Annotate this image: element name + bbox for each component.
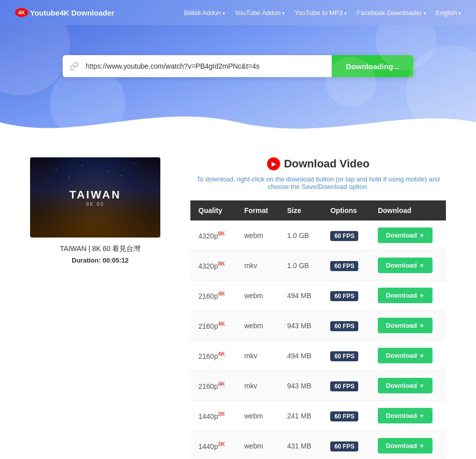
thumbnail-sub: 8K 60 (69, 201, 121, 207)
table-row: 1440p2Kwebm241 MB60 FPSDownload (190, 401, 446, 431)
nav-item-youtube-addon[interactable]: YouTube Addon (235, 8, 285, 17)
download-button[interactable]: Download (378, 438, 432, 453)
nav-links: Bilibili AddonYouTube AddonYouTube to MP… (184, 8, 461, 17)
resolution-badge: 2K (218, 441, 225, 447)
download-panel: ▶ Download Video To download, right-clic… (190, 157, 446, 459)
quality-value: 1440p (198, 442, 218, 450)
download-table: QualityFormatSizeOptionsDownload 4320p8K… (190, 200, 446, 459)
quality-cell: 1440p2K (190, 431, 236, 460)
video-duration: Duration: 00:05:12 (30, 257, 170, 264)
hero-section: Downloading... (0, 25, 476, 137)
format-cell: webm (236, 220, 280, 251)
quality-value: 2160p (198, 322, 218, 330)
size-cell: 494 MB (279, 281, 322, 311)
resolution-badge: 8K (218, 261, 225, 267)
wave-decoration (0, 102, 476, 137)
table-row: 1440p2Kwebm431 MB60 FPSDownload (190, 431, 446, 460)
col-header-options: Options (322, 200, 370, 220)
table-row: 2160p4Kmkv943 MB60 FPSDownload (190, 371, 446, 401)
download-button[interactable]: Download (378, 258, 432, 273)
link-icon (63, 55, 86, 77)
resolution-badge: 4K (218, 381, 225, 387)
options-cell: 60 FPS (322, 431, 370, 460)
thumbnail-title: TAIWAN (69, 188, 121, 201)
instruction-text: To download, right-click on the download… (190, 175, 446, 190)
resolution-badge: 4K (218, 351, 225, 357)
nav-item-yt-mp3[interactable]: YouTube to MP3 (295, 8, 347, 17)
download-button[interactable]: Download (378, 288, 432, 303)
format-cell: mkv (236, 371, 280, 401)
table-body: 4320p8Kwebm1.0 GB60 FPSDownload4320p8Kmk… (190, 220, 446, 459)
fps-badge: 60 FPS (330, 411, 358, 421)
resolution-badge: 4K (218, 321, 225, 327)
options-cell: 60 FPS (322, 371, 370, 401)
options-cell: 60 FPS (322, 251, 370, 281)
download-cell: Download (370, 371, 446, 401)
nav-item-bilibili[interactable]: Bilibili Addon (184, 8, 225, 17)
quality-cell: 2160p4K (190, 341, 236, 371)
download-button[interactable]: Download (378, 227, 432, 243)
logo: 4K Youtube4K Downloader (15, 8, 114, 17)
download-button[interactable]: Download (378, 378, 432, 393)
video-thumbnail: TAIWAN 8K 60 (30, 157, 160, 238)
table-row: 2160p4Kwebm494 MB60 FPSDownload (190, 281, 446, 311)
quality-cell: 1440p2K (190, 401, 236, 431)
fps-badge: 60 FPS (330, 351, 358, 361)
download-button[interactable]: Download (378, 408, 432, 423)
download-cell: Download (370, 431, 446, 460)
table-header-row: QualityFormatSizeOptionsDownload (190, 200, 446, 220)
quality-value: 4320p (198, 262, 218, 270)
fps-badge: 60 FPS (330, 231, 358, 241)
options-cell: 60 FPS (322, 341, 370, 371)
resolution-badge: 2K (218, 411, 225, 417)
quality-value: 2160p (198, 292, 218, 300)
size-cell: 431 MB (279, 431, 322, 460)
options-cell: 60 FPS (322, 281, 370, 311)
options-cell: 60 FPS (322, 220, 370, 251)
size-cell: 1.0 GB (279, 251, 322, 281)
resolution-badge: 8K (218, 231, 225, 237)
main-content: TAIWAN 8K 60 TAIWAN | 8K 60 看見台灣 Duratio… (0, 137, 476, 459)
size-cell: 943 MB (279, 371, 322, 401)
format-cell: webm (236, 281, 280, 311)
fps-badge: 60 FPS (330, 291, 358, 301)
options-cell: 60 FPS (322, 401, 370, 431)
downloading-button[interactable]: Downloading... (332, 55, 413, 77)
quality-cell: 4320p8K (190, 220, 236, 251)
download-cell: Download (370, 341, 446, 371)
video-panel: TAIWAN 8K 60 TAIWAN | 8K 60 看見台灣 Duratio… (30, 157, 170, 264)
download-cell: Download (370, 220, 446, 251)
table-row: 2160p4Kmkv494 MB60 FPSDownload (190, 341, 446, 371)
col-header-size: Size (279, 200, 322, 220)
video-title: TAIWAN | 8K 60 看見台灣 (30, 245, 170, 254)
download-button[interactable]: Download (378, 348, 432, 363)
format-cell: mkv (236, 341, 280, 371)
quality-value: 1440p (198, 412, 218, 420)
quality-cell: 4320p8K (190, 251, 236, 281)
fps-badge: 60 FPS (330, 261, 358, 271)
nav-item-fb-dl[interactable]: Facebook Downloader (357, 8, 426, 17)
resolution-badge: 4K (218, 291, 225, 297)
fps-badge: 60 FPS (330, 381, 358, 391)
quality-value: 4320p (198, 232, 218, 240)
table-row: 4320p8Kwebm1.0 GB60 FPSDownload (190, 220, 446, 251)
size-cell: 241 MB (279, 401, 322, 431)
format-cell: webm (236, 431, 280, 460)
download-cell: Download (370, 401, 446, 431)
size-cell: 1.0 GB (279, 220, 322, 251)
download-button[interactable]: Download (378, 318, 432, 333)
search-bar: Downloading... (63, 55, 413, 77)
logo-text: Youtube4K Downloader (30, 9, 114, 17)
quality-cell: 2160p4K (190, 281, 236, 311)
nav-item-lang[interactable]: English (436, 8, 461, 17)
navbar: 4K Youtube4K Downloader Bilibili AddonYo… (0, 0, 476, 25)
table-row: 4320p8Kmkv1.0 GB60 FPSDownload (190, 251, 446, 281)
url-input[interactable] (86, 55, 332, 77)
format-cell: mkv (236, 251, 280, 281)
download-cell: Download (370, 311, 446, 341)
download-cell: Download (370, 281, 446, 311)
col-header-quality: Quality (190, 200, 236, 220)
format-cell: webm (236, 401, 280, 431)
table-row: 2160p4Kwebm943 MB60 FPSDownload (190, 311, 446, 341)
quality-cell: 2160p4K (190, 371, 236, 401)
